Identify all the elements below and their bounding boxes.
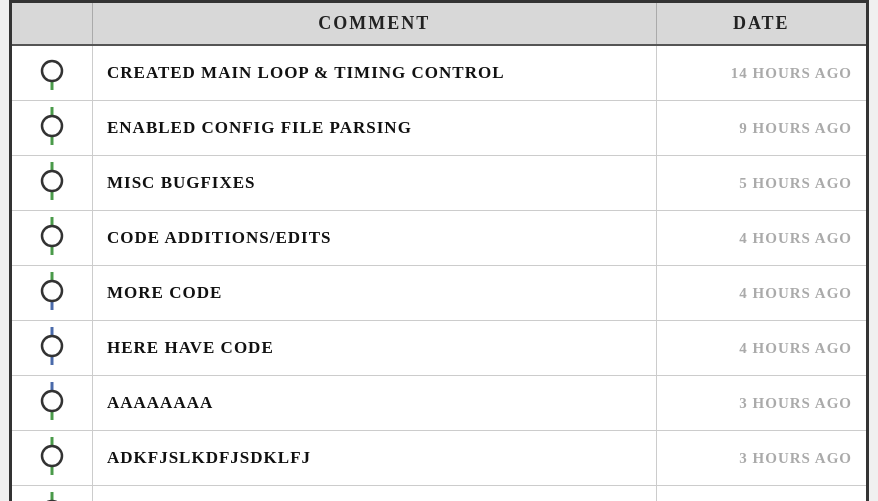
commit-date: 4 HOURs AGo (656, 321, 866, 376)
commit-circle-cell (12, 376, 93, 431)
commit-circle-cell (12, 486, 93, 502)
commit-comment: Enabled config file parsing (93, 101, 657, 156)
comic-panel: COMMENT DATE Created main loop & timing … (9, 0, 869, 501)
commit-circle-cell (12, 45, 93, 101)
svg-point-10 (42, 226, 62, 246)
commit-comment: My hands are typing words (93, 486, 657, 502)
commit-comment: Here have code (93, 321, 657, 376)
commit-date: 9 HOURs AGO (656, 101, 866, 156)
commit-circle-cell (12, 211, 93, 266)
svg-point-16 (42, 336, 62, 356)
commit-date: 2 HOURs AGO (656, 486, 866, 502)
svg-point-19 (42, 391, 62, 411)
table-row: Adkfjslkdfjsdklfj3 HouRs AGo (12, 431, 866, 486)
table-row: Created main loop & timing control14 Hou… (12, 45, 866, 101)
commit-comment: Adkfjslkdfjsdklfj (93, 431, 657, 486)
commit-table-wrapper: COMMENT DATE Created main loop & timing … (12, 3, 866, 501)
svg-point-22 (42, 446, 62, 466)
commit-date: 5 HOURs AGO (656, 156, 866, 211)
table-row: More code4 HOURs AGO (12, 266, 866, 321)
commit-date: 3 HouRs AGo (656, 431, 866, 486)
commit-comment: Code additions/edits (93, 211, 657, 266)
commit-circle-cell (12, 431, 93, 486)
col-header-comment: COMMENT (93, 3, 657, 45)
commit-date: 3 Hours Ago (656, 376, 866, 431)
table-row: Here have code4 HOURs AGo (12, 321, 866, 376)
commit-circle-cell (12, 266, 93, 321)
commit-circle-cell (12, 101, 93, 156)
table-row: Aaaaaaaa3 Hours Ago (12, 376, 866, 431)
svg-point-13 (42, 281, 62, 301)
commit-circle-cell (12, 156, 93, 211)
commit-comment: Aaaaaaaa (93, 376, 657, 431)
table-row: Code additions/edits4 HOURs AGo (12, 211, 866, 266)
commit-table: COMMENT DATE Created main loop & timing … (12, 3, 866, 501)
col-header-icon (12, 3, 93, 45)
col-header-date: DATE (656, 3, 866, 45)
table-row: Enabled config file parsing9 HOURs AGO (12, 101, 866, 156)
svg-point-1 (42, 61, 62, 81)
commit-date: 14 Hours Ago (656, 45, 866, 101)
svg-point-7 (42, 171, 62, 191)
commit-comment: Misc bugfixes (93, 156, 657, 211)
commit-date: 4 HOURs AGO (656, 266, 866, 321)
commit-comment: Created main loop & timing control (93, 45, 657, 101)
table-row: My hands are typing words2 HOURs AGO (12, 486, 866, 502)
table-row: Misc bugfixes5 HOURs AGO (12, 156, 866, 211)
commit-date: 4 HOURs AGo (656, 211, 866, 266)
svg-point-4 (42, 116, 62, 136)
commit-circle-cell (12, 321, 93, 376)
commit-comment: More code (93, 266, 657, 321)
